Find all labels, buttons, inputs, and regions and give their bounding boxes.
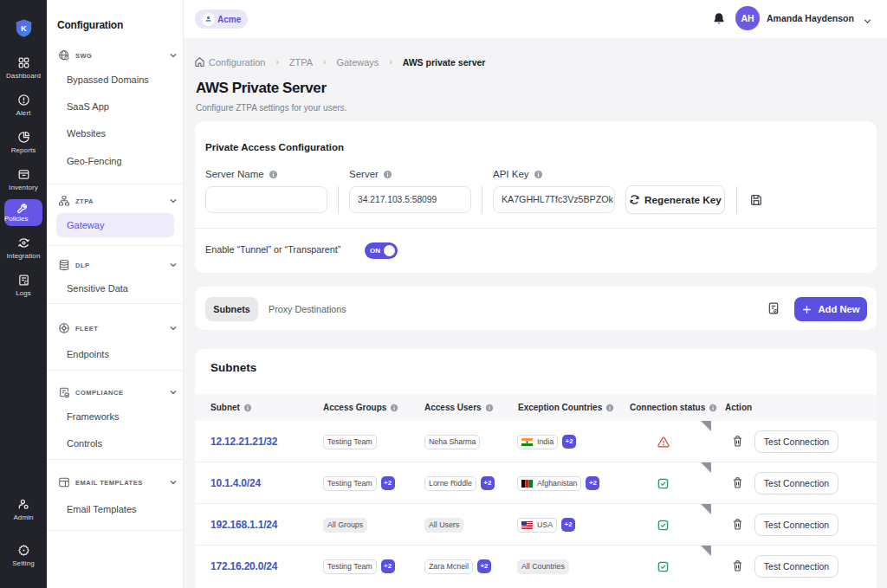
svg-text:K: K bbox=[21, 23, 27, 33]
